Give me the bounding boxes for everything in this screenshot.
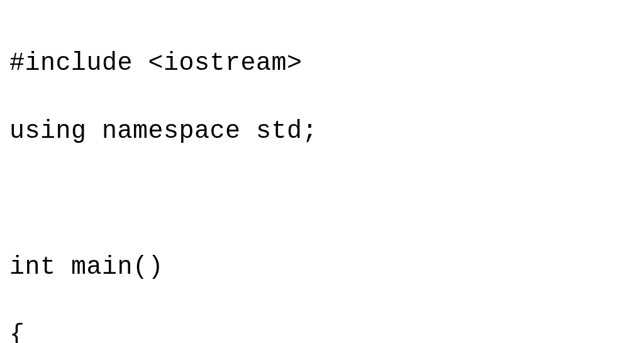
code-line: using namespace std; (9, 115, 635, 149)
code-line: int main() (9, 250, 635, 284)
code-block: #include <iostream> using namespace std;… (9, 13, 635, 343)
code-line (9, 183, 635, 216)
code-line: { (9, 318, 635, 343)
code-line: #include <iostream> (9, 47, 635, 81)
